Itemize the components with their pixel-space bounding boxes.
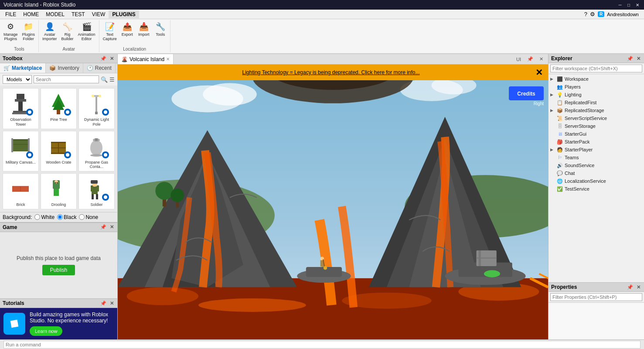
list-item[interactable]: Pine Tree [41, 88, 77, 129]
tab-marketplace[interactable]: 🛒 Marketplace [0, 63, 46, 73]
list-item[interactable]: Drooling [41, 173, 77, 209]
properties-close-button[interactable]: ✕ [636, 284, 641, 290]
tutorials-message: Build amazing games with Roblox Studio. … [30, 311, 108, 324]
menu-plugins[interactable]: PLUGINS [109, 10, 139, 18]
search-button[interactable]: 🔍 [101, 76, 108, 83]
viewport-3d[interactable]: Lighting Technology = Legacy is being de… [118, 65, 548, 339]
model-type-select[interactable]: Models Plugins Decals Audio [3, 75, 32, 84]
list-item[interactable]: Brick [3, 173, 39, 209]
tree-item-players[interactable]: 👥 Players [549, 83, 644, 91]
tree-item-sound-service[interactable]: 🔊 SoundService [549, 161, 644, 169]
bg-radio-black[interactable] [57, 214, 63, 220]
svg-rect-8 [57, 110, 60, 114]
svg-rect-3 [13, 111, 28, 113]
list-item[interactable]: Observation Tower [3, 88, 39, 129]
settings-icon[interactable]: ⚙ [590, 11, 595, 17]
tree-item-lighting[interactable]: ▶ 💡 Lighting [549, 91, 644, 99]
warning-close-button[interactable]: ✕ [533, 67, 545, 78]
game-pin-button[interactable]: 📌 [99, 224, 107, 230]
maximize-button[interactable]: □ [626, 2, 632, 8]
help-icon[interactable]: ? [584, 11, 587, 17]
tab-recent[interactable]: 🕐 Recent [83, 63, 116, 73]
warning-text[interactable]: Lighting Technology = Legacy is being de… [129, 69, 533, 75]
menu-home[interactable]: HOME [20, 10, 42, 18]
explorer-pin-button[interactable]: 📌 [626, 56, 634, 62]
svg-rect-14 [95, 112, 98, 114]
tree-item-server-script-service[interactable]: 📜 ServerScriptService [549, 114, 644, 122]
viewport-tab-close-button[interactable]: ✕ [166, 57, 170, 62]
manage-plugins-button[interactable]: ⚙ ManagePlugins [2, 21, 20, 42]
toolbox-header: Toolbox 📌 ✕ [0, 54, 117, 63]
avatar-importer-button[interactable]: 👤 AvatarImporter [41, 21, 59, 42]
menu-view[interactable]: VIEW [89, 10, 109, 18]
tree-item-chat[interactable]: 💬 Chat [549, 169, 644, 177]
tools-button[interactable]: 🔧 Tools [153, 21, 168, 38]
menu-test[interactable]: TEST [68, 10, 89, 18]
tab-inventory[interactable]: 📦 Inventory [46, 63, 83, 73]
list-item[interactable]: Wooden Crate [41, 131, 77, 172]
tree-item-starter-gui[interactable]: 🖥 StarterGui [549, 130, 644, 138]
menu-file[interactable]: FILE [2, 10, 20, 18]
viewport-close-button[interactable]: ✕ [537, 55, 545, 63]
publish-button[interactable]: Publish [42, 265, 75, 275]
game-close-button[interactable]: ✕ [109, 224, 115, 230]
tree-arrow-lighting: ▶ [550, 92, 556, 97]
right-panel: Explorer 📌 ✕ ▶ ⬛ Workspace 👥 Play [548, 54, 644, 339]
tree-item-replicated-storage[interactable]: ▶ 📦 ReplicatedStorage [549, 106, 644, 114]
minimize-button[interactable]: ─ [617, 2, 623, 8]
list-item[interactable]: Military Canvas... [3, 131, 39, 172]
bg-radio-white[interactable] [34, 214, 40, 220]
tree-item-localization-service[interactable]: 🌐 LocalizationService [549, 177, 644, 185]
tree-item-test-service[interactable]: ✅ TestService [549, 185, 644, 193]
item-thumb-drooling [46, 175, 72, 202]
animation-editor-button[interactable]: 🎬 AnimationEditor [76, 21, 97, 42]
learn-now-button[interactable]: Learn now [30, 326, 62, 336]
text-capture-button[interactable]: 📝 TextCapture [101, 21, 119, 42]
bg-option-none[interactable]: None [79, 214, 98, 220]
svg-point-32 [104, 153, 107, 157]
tree-item-starter-player[interactable]: ▶ 🧑 StarterPlayer [549, 146, 644, 154]
viewport-tab-volcanic-island[interactable]: 🌋 Volcanic Island ✕ [118, 54, 174, 64]
import-button[interactable]: 📥 Import [136, 21, 152, 38]
tree-item-server-storage[interactable]: 🗄 ServerStorage [549, 122, 644, 130]
credits-box[interactable]: Credits [509, 86, 544, 100]
properties-filter-input[interactable] [550, 293, 642, 301]
toolbar-group-tools: ⚙ ManagePlugins 📁 PluginsFolder Tools [0, 20, 39, 52]
ui-button[interactable]: UI [514, 56, 523, 63]
rig-builder-button[interactable]: 🦴 RigBuilder [60, 21, 75, 42]
svg-point-13 [99, 95, 101, 97]
tree-item-workspace[interactable]: ▶ ⬛ Workspace [549, 75, 644, 83]
tree-item-replicated-first[interactable]: 📋 ReplicatedFirst [549, 99, 644, 106]
filter-button[interactable]: ☰ [109, 76, 115, 83]
toolbox-pin-button[interactable]: 📌 [99, 56, 107, 62]
command-input[interactable] [3, 341, 641, 349]
explorer-filter-input[interactable] [550, 65, 642, 72]
viewport-tabs: 🌋 Volcanic Island ✕ UI 📌 ✕ [118, 54, 548, 65]
bg-option-white[interactable]: White [34, 214, 55, 220]
list-item[interactable]: Propane Gas Conta... [78, 131, 115, 172]
manage-plugins-label: ManagePlugins [3, 32, 18, 41]
list-item[interactable]: Soldier [78, 173, 115, 209]
app-title: Volcanic Island - Roblox Studio [3, 2, 75, 8]
menu-model[interactable]: MODEL [42, 10, 68, 18]
tree-label-replicated-first: ReplicatedFirst [565, 100, 596, 105]
export-button[interactable]: 📤 Export [119, 21, 135, 38]
tree-item-starter-pack[interactable]: 🎒 StarterPack [549, 138, 644, 146]
tree-item-teams[interactable]: 🏳 Teams [549, 154, 644, 161]
plugins-folder-button[interactable]: 📁 PluginsFolder [20, 21, 37, 42]
tutorials-pin-button[interactable]: 📌 [99, 301, 107, 306]
svg-marker-51 [10, 320, 19, 328]
explorer-close-button[interactable]: ✕ [636, 56, 641, 62]
close-button[interactable]: ✕ [634, 2, 641, 8]
list-item[interactable]: Dynamic Light Pole [78, 88, 115, 129]
viewport-pin-button[interactable]: 📌 [525, 55, 535, 63]
recent-label: Recent [95, 65, 112, 71]
svg-rect-48 [91, 180, 98, 184]
properties-pin-button[interactable]: 📌 [626, 284, 634, 290]
tutorials-close-button[interactable]: ✕ [109, 301, 115, 306]
bg-option-black[interactable]: Black [57, 214, 76, 220]
bg-radio-none[interactable] [79, 214, 85, 220]
search-input[interactable] [34, 75, 99, 83]
toolbox-close-button[interactable]: ✕ [109, 56, 115, 62]
window-controls: ─ □ ✕ [617, 2, 641, 8]
